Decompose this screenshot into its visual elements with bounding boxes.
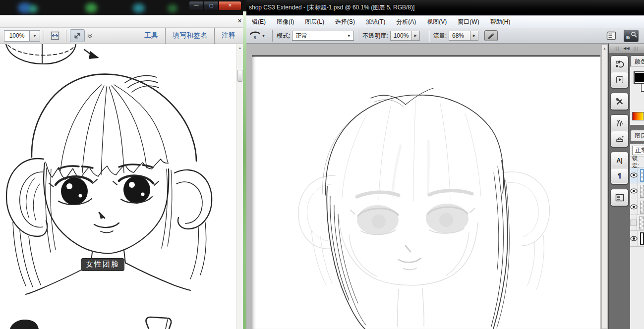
collapse-dock-icon[interactable]: ◀◀	[623, 46, 629, 51]
clone-source-panel-button[interactable]	[611, 131, 628, 146]
layer-blend-mode-select[interactable]: 正常	[632, 146, 644, 155]
close-button[interactable]: ✕	[219, 1, 241, 10]
brush-preset-picker[interactable]: 8	[250, 31, 260, 40]
paragraph-panel-button[interactable]: ¶	[611, 168, 628, 183]
scrollbar-thumb[interactable]	[237, 70, 242, 82]
opacity-control: 100% ▶	[390, 31, 420, 41]
menu-image[interactable]: 图像(I)	[271, 16, 299, 28]
brushes-icon	[615, 119, 624, 128]
palette-well-button[interactable]	[605, 30, 618, 42]
mode-label: 模式:	[277, 32, 290, 40]
lock-label: 锁定:	[632, 155, 644, 169]
comment-link[interactable]: 注释	[214, 28, 242, 44]
layer-thumbnail[interactable]	[640, 169, 644, 182]
paragraph-icon: ¶	[618, 173, 621, 179]
icon-group	[610, 93, 629, 110]
fill-sign-link[interactable]: 填写和签名	[165, 28, 214, 44]
magnifier-icon	[631, 31, 637, 38]
layers-lock-row: 锁定:	[630, 157, 644, 167]
tool-options-bar: 8 ▼ 模式: 正常 ▼ 不透明度: 100% ▶ 流量: 68% ▶	[246, 28, 644, 44]
foreground-color-swatch[interactable]	[634, 71, 644, 84]
window-edge	[243, 11, 246, 329]
flow-slider-icon[interactable]: ▶	[470, 31, 478, 41]
brush-preset-dropdown-icon[interactable]: ▼	[262, 34, 265, 38]
options-right-group: Br	[605, 30, 641, 42]
reader-toolbar-upper: ✕	[0, 15, 246, 28]
diagonal-arrows-icon	[73, 31, 82, 40]
opacity-slider-icon[interactable]: ▶	[412, 31, 420, 41]
blend-mode-value: 正常	[295, 32, 307, 40]
reader-vertical-scrollbar[interactable]: ▲	[236, 44, 243, 329]
layer-row[interactable]	[630, 215, 644, 231]
brushes-panel-button[interactable]	[611, 115, 628, 131]
tools-link[interactable]: 工具	[137, 28, 165, 44]
tab-color[interactable]: 颜色	[630, 55, 644, 66]
resize-page-button[interactable]	[70, 29, 85, 42]
toolbar-more-chevron[interactable]	[87, 34, 93, 38]
collapsed-panel-icons: A| ¶	[610, 55, 629, 211]
character-panel-button[interactable]: A|	[611, 153, 628, 168]
flow-label: 流量:	[433, 32, 447, 40]
pdf-page[interactable]: 女性团脸	[0, 44, 237, 329]
toolbar-separator	[66, 30, 66, 42]
layers-panel: 正常 锁定:	[630, 144, 644, 329]
toolbar-close-icon[interactable]: ✕	[237, 18, 242, 24]
layer-comps-panel-button[interactable]	[611, 190, 628, 205]
layer-row[interactable]	[630, 183, 644, 199]
brush-size-value: 8	[253, 36, 256, 40]
airbrush-toggle[interactable]	[484, 30, 498, 41]
menu-view[interactable]: 视图(V)	[421, 16, 452, 28]
tab-layers[interactable]: 图层	[630, 130, 644, 141]
dock-grip-icon: |||	[614, 46, 619, 51]
layer-thumbnail[interactable]	[640, 185, 644, 198]
layer-visibility-eye-icon[interactable]	[630, 199, 638, 215]
maximize-button[interactable]: ▢	[204, 1, 219, 10]
scroll-up-icon[interactable]: ▲	[237, 46, 243, 50]
menu-select[interactable]: 选择(S)	[330, 16, 360, 28]
scroll-up-icon[interactable]: ▲	[602, 47, 607, 50]
layers-panel-tab-row: 图层	[630, 130, 644, 141]
reader-window: — ▢ ✕ ✕ 100% ▼	[0, 0, 246, 329]
layer-thumbnail[interactable]	[639, 217, 644, 229]
layer-visibility-eye-icon[interactable]	[630, 183, 638, 199]
menu-filter[interactable]: 滤镜(T)	[360, 16, 391, 28]
fit-width-button[interactable]	[48, 29, 62, 42]
layer-visibility-eye-icon[interactable]	[630, 167, 638, 183]
layer-thumbnail[interactable]	[640, 201, 644, 214]
opacity-input[interactable]: 100%	[390, 31, 412, 41]
layer-visibility-empty[interactable]	[630, 215, 637, 230]
flow-input[interactable]: 68%	[449, 31, 470, 41]
layer-row[interactable]	[630, 231, 644, 247]
zoom-level-input[interactable]: 100%	[4, 30, 30, 42]
dock-grip-icon: |||	[634, 46, 639, 51]
tool-presets-panel-button[interactable]	[611, 94, 628, 109]
bridge-label: Br	[626, 35, 631, 40]
reader-action-links: 工具 填写和签名 注释	[137, 28, 242, 44]
dock-header[interactable]: ||| ◀◀ |||	[609, 44, 644, 54]
minimize-button[interactable]: —	[189, 1, 204, 10]
menu-edit[interactable]: 辑(E)	[246, 16, 271, 28]
layer-row[interactable]	[630, 167, 644, 183]
layer-visibility-eye-icon[interactable]	[630, 231, 638, 246]
reader-titlebar: — ▢ ✕	[0, 0, 246, 15]
go-to-bridge-button[interactable]: Br	[624, 30, 639, 42]
menu-help[interactable]: 帮助(H)	[485, 16, 516, 28]
actions-panel-button[interactable]	[611, 72, 628, 87]
menu-analysis[interactable]: 分析(A)	[391, 16, 421, 28]
document-canvas[interactable]	[252, 55, 600, 329]
desktop-icon-blur	[29, 5, 38, 13]
blend-mode-select[interactable]: 正常 ▼	[292, 31, 354, 41]
menu-layer[interactable]: 图层(L)	[299, 16, 330, 28]
layer-thumbnail[interactable]	[640, 232, 644, 245]
canvas-vertical-scrollbar[interactable]: ▲	[601, 45, 608, 329]
zoom-dropdown-icon[interactable]: ▼	[30, 30, 40, 42]
icon-group: A| ¶	[610, 152, 629, 184]
fit-width-icon	[50, 31, 60, 40]
history-panel-button[interactable]	[611, 56, 628, 72]
brush-stroke-icon	[250, 31, 260, 35]
layer-row[interactable]	[630, 199, 644, 215]
desktop-icon-blur	[168, 4, 177, 12]
menu-window[interactable]: 窗口(W)	[452, 16, 484, 28]
color-ramp[interactable]	[632, 112, 644, 120]
reader-toolbar-main: 100% ▼ 工具 填写和签名 注释	[0, 28, 246, 44]
